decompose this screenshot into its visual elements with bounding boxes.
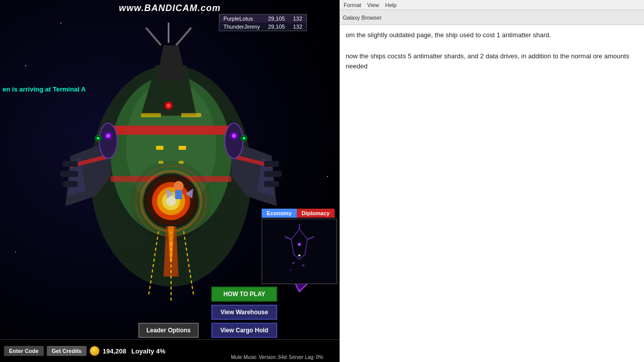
view-cargo-hold-button[interactable]: View Cargo Hold [211, 323, 277, 338]
svg-rect-19 [60, 171, 78, 177]
diplomacy-tab[interactable]: Diplomacy [297, 209, 335, 218]
economy-panel: Economy Diplomacy [262, 209, 337, 284]
svg-point-60 [131, 171, 211, 231]
terminal-message: en is arriving at Terminal A [3, 85, 86, 93]
svg-point-70 [298, 254, 300, 256]
enter-code-button[interactable]: Enter Code [4, 346, 44, 356]
svg-marker-28 [156, 45, 186, 80]
menu-format[interactable]: Format [344, 2, 361, 8]
svg-rect-24 [264, 161, 279, 167]
svg-rect-3 [111, 126, 231, 135]
svg-line-29 [146, 28, 161, 45]
browser-menu-bar: Format View Help [340, 0, 644, 10]
leaderboard-panel: PurpleLotus 29,105 132 ThunderJimmy 29,1… [219, 14, 307, 31]
menu-help[interactable]: Help [385, 2, 397, 8]
svg-point-45 [232, 134, 236, 138]
view-warehouse-button[interactable]: View Warehouse [211, 305, 277, 320]
svg-rect-57 [141, 113, 161, 117]
menu-view[interactable]: View [367, 2, 379, 8]
mute-music-label[interactable]: Mute Music [231, 354, 257, 360]
browser-area: Format View Help Galaxy Browser om the s… [340, 0, 644, 362]
how-to-play-button[interactable]: HOW TO PLAY [211, 287, 277, 302]
browser-text-line1: om the slightly outdated page, the ship … [346, 30, 638, 41]
svg-rect-69 [290, 269, 291, 271]
browser-text-line2: now the ships cocsts 5 antimatter shards… [346, 51, 638, 72]
economy-tab[interactable]: Economy [262, 209, 297, 218]
svg-rect-35 [179, 146, 186, 150]
svg-point-38 [99, 123, 117, 158]
player2-score: 29,105 [264, 23, 289, 31]
svg-rect-68 [302, 264, 304, 266]
svg-rect-25 [264, 171, 282, 177]
svg-rect-20 [63, 181, 78, 187]
version-label: Version:.64d [259, 354, 287, 360]
svg-point-33 [167, 104, 171, 108]
browser-chrome-label: Galaxy Browser [343, 15, 382, 21]
svg-rect-67 [292, 262, 294, 264]
game-area: www.BANDICAM.com PurpleLotus 29,105 132 … [0, 0, 340, 362]
credits-display: 194,208 [103, 347, 126, 355]
browser-content: om the slightly outdated page, the ship … [340, 25, 644, 77]
player1-level: 132 [289, 15, 306, 23]
leader-options-button[interactable]: Leader Options [138, 323, 199, 338]
svg-point-42 [97, 137, 100, 140]
status-bar: Mute Music Version:.64d Server Lag: 0% [229, 352, 340, 362]
svg-rect-26 [264, 181, 279, 187]
svg-line-30 [176, 28, 191, 45]
eco-content-area [262, 219, 337, 284]
browser-chrome: Galaxy Browser [340, 10, 644, 25]
svg-rect-18 [63, 161, 78, 167]
leader-options-container: Leader Options [138, 323, 199, 338]
player1-score: 29,105 [264, 15, 289, 23]
svg-rect-58 [181, 113, 201, 117]
loyalty-display: Loyalty 4% [131, 347, 166, 355]
button-panel: HOW TO PLAY View Warehouse View Cargo Ho… [211, 287, 277, 338]
get-credits-button[interactable]: Get Credits [47, 346, 87, 356]
bandicam-watermark: www.BANDICAM.com [119, 3, 220, 14]
svg-point-43 [225, 123, 243, 158]
svg-rect-34 [156, 146, 164, 150]
eco-tabs: Economy Diplomacy [262, 209, 337, 218]
svg-point-66 [298, 243, 301, 246]
coin-icon [90, 346, 100, 356]
player2-level: 132 [289, 23, 306, 31]
server-lag-label: Server Lag: 0% [289, 354, 324, 360]
svg-point-47 [243, 137, 246, 140]
svg-point-40 [106, 134, 110, 138]
player1-name: PurpleLotus [219, 15, 264, 23]
player2-name: ThunderJimmy [219, 23, 264, 31]
